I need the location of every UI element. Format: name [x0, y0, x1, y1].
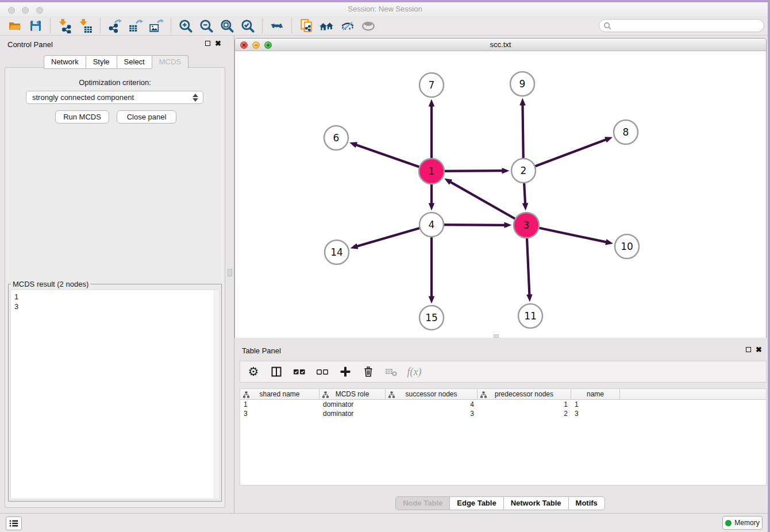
delete-table-button[interactable]: [384, 364, 399, 380]
tab-motifs[interactable]: Motifs: [568, 496, 605, 510]
cell-shared-name[interactable]: 1: [240, 400, 319, 408]
network-window-titlebar[interactable]: ✕ – + scc.txt: [235, 38, 766, 51]
refresh-view-button[interactable]: [267, 17, 287, 34]
node-label-1: 1: [429, 165, 435, 177]
memory-button[interactable]: Memory: [722, 516, 763, 530]
float-panel-icon[interactable]: [746, 347, 751, 352]
node-table: shared nameMCDS rolesuccessor nodesprede…: [240, 388, 767, 485]
node-label-8: 8: [623, 126, 629, 138]
cell-predecessor-nodes[interactable]: 2: [478, 410, 571, 418]
unchecked-boxes-icon: [316, 366, 329, 377]
search-icon: [603, 22, 611, 30]
add-button[interactable]: [338, 364, 353, 380]
delete-button[interactable]: [361, 364, 376, 380]
divider-handle[interactable]: [228, 269, 232, 276]
zoom-fit-icon: [220, 18, 234, 33]
column-label: predecessor nodes: [495, 390, 553, 398]
import-table-button[interactable]: [75, 17, 96, 34]
list-icon: [9, 519, 19, 528]
hide-graphics-details-button[interactable]: [337, 17, 358, 34]
zoom-out-button[interactable]: [196, 17, 217, 34]
frame-minimize-icon[interactable]: –: [252, 41, 260, 49]
tab-network[interactable]: Network: [44, 55, 86, 69]
table-panel-title: Table Panel: [242, 346, 281, 355]
traffic-light-zoom[interactable]: [36, 7, 43, 14]
column-label: successor nodes: [405, 390, 457, 398]
cell-mcds-role[interactable]: dominator: [319, 410, 386, 418]
import-network-button[interactable]: [55, 17, 75, 34]
node-label-10: 10: [621, 241, 633, 252]
tab-mcds[interactable]: MCDS: [152, 55, 188, 69]
open-session-button[interactable]: [5, 17, 25, 34]
split-pane-divider-horizontal[interactable]: [234, 338, 767, 342]
close-panel-icon[interactable]: ✖: [215, 40, 221, 47]
traffic-light-close[interactable]: [8, 7, 15, 14]
export-table-icon: [128, 18, 143, 33]
open-folder-icon: [7, 19, 22, 33]
arrowhead-icon: [502, 168, 509, 174]
table-row[interactable]: 1dominator411: [240, 400, 766, 409]
zoom-selected-button[interactable]: [237, 17, 258, 34]
column-header-mcds-role[interactable]: MCDS role: [319, 389, 386, 399]
column-header-predecessor-nodes[interactable]: predecessor nodes: [478, 389, 571, 399]
cell-name[interactable]: 1: [571, 400, 620, 408]
cell-successor-nodes[interactable]: 4: [386, 400, 478, 408]
zoom-fit-button[interactable]: [217, 17, 237, 34]
zoom-in-button[interactable]: [175, 17, 196, 34]
close-panel-button[interactable]: Close panel: [117, 110, 176, 124]
arrowhead-icon: [429, 99, 435, 107]
toolbar-separator: [171, 18, 171, 33]
column-header-name[interactable]: name: [571, 389, 620, 399]
table-settings-button[interactable]: ⚙: [246, 364, 261, 380]
traffic-light-minimize[interactable]: [22, 7, 29, 14]
deselect-all-button[interactable]: [315, 364, 330, 380]
tab-edge-table[interactable]: Edge Table: [449, 496, 503, 510]
select-all-button[interactable]: [292, 364, 307, 380]
duplicate-network-button[interactable]: [296, 17, 317, 34]
optimization-criterion-dropdown[interactable]: strongly connected component: [26, 91, 203, 104]
control-panel: Control Panel ✖ NetworkStyleSelectMCDS O…: [0, 36, 226, 513]
birdseye-view-button[interactable]: [358, 17, 379, 34]
frame-close-icon[interactable]: ✕: [240, 41, 248, 49]
table-row[interactable]: 3dominator323: [240, 409, 766, 418]
save-session-button[interactable]: [25, 17, 46, 34]
table-tabs: Node TableEdge TableNetwork TableMotifs: [234, 496, 767, 510]
column-header-successor-nodes[interactable]: successor nodes: [386, 389, 478, 399]
frame-maximize-icon[interactable]: +: [264, 41, 272, 49]
cell-name[interactable]: 3: [571, 410, 620, 418]
shared-column-icon: [243, 391, 249, 398]
shared-column-icon: [480, 391, 487, 398]
show-columns-button[interactable]: [269, 364, 284, 380]
export-image-button[interactable]: [146, 17, 167, 34]
search-input[interactable]: [614, 22, 764, 30]
result-scrollbar[interactable]: [214, 290, 219, 499]
cell-successor-nodes[interactable]: 3: [386, 410, 478, 418]
cell-shared-name[interactable]: 3: [240, 410, 319, 418]
window-border-right: [768, 0, 770, 532]
table-body: 1dominator4113dominator323: [240, 400, 766, 418]
column-header-shared-name[interactable]: shared name: [240, 389, 319, 399]
tab-node-table[interactable]: Node Table: [395, 496, 450, 510]
show-all-networks-button[interactable]: [317, 17, 337, 34]
save-icon: [29, 19, 43, 33]
close-panel-icon[interactable]: ✖: [756, 346, 762, 353]
float-panel-icon[interactable]: [205, 41, 210, 46]
export-table-button[interactable]: [125, 17, 146, 34]
checked-boxes-icon: [293, 366, 306, 377]
tab-style[interactable]: Style: [86, 55, 117, 69]
tab-network-table[interactable]: Network Table: [503, 496, 569, 510]
status-bar: Memory: [0, 513, 768, 532]
edge-2-8[interactable]: [523, 140, 607, 171]
split-pane-divider-vertical[interactable]: [226, 36, 234, 513]
search-box[interactable]: [599, 19, 764, 32]
network-canvas[interactable]: 7968124314101511: [235, 51, 766, 338]
delete-table-icon: [385, 366, 398, 377]
export-network-button[interactable]: [105, 17, 125, 34]
task-history-button[interactable]: [6, 516, 22, 530]
run-mcds-button[interactable]: Run MCDS: [55, 110, 109, 124]
tab-select[interactable]: Select: [117, 55, 152, 69]
cell-mcds-role[interactable]: dominator: [319, 400, 386, 408]
function-builder-button[interactable]: f(x): [407, 364, 422, 380]
cell-predecessor-nodes[interactable]: 1: [478, 400, 571, 408]
mcds-result-text[interactable]: 1 3: [10, 290, 220, 499]
